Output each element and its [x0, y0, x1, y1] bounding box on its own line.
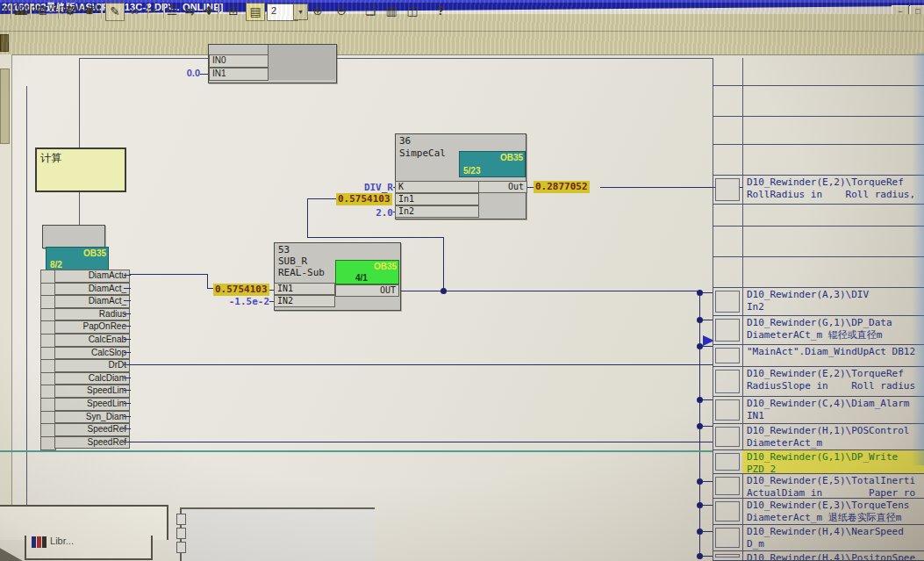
connection-label[interactable]: D10_Rewinder(E,2)\TorqueRef RadiusSlope …	[742, 367, 924, 396]
panel-notch	[176, 514, 186, 525]
grid-view-icon[interactable]: ⊞	[225, 3, 242, 19]
cascade-windows-icon[interactable]: ❏	[362, 3, 379, 19]
watch-value-out[interactable]: 0.2877052	[534, 181, 590, 193]
simpecal-task-badge: OB355/23	[459, 151, 526, 177]
connection-margin-cell	[715, 291, 740, 313]
import-icon[interactable]: ■	[81, 3, 98, 19]
connection-label[interactable]: D10_Rewinder(A,3)\DIV In2	[742, 288, 924, 315]
sheet-view-icon[interactable]: ▤	[246, 3, 265, 21]
comment-note-box[interactable]: 计算	[35, 147, 126, 192]
value-in1-constant[interactable]: 0.0	[174, 68, 200, 79]
in2-constant[interactable]: 2.0	[367, 207, 393, 219]
table-row[interactable]: D10_Rewinder(E,2)\TorqueRef RadiusSlope …	[713, 367, 924, 397]
watch-value-in1[interactable]: 0.5754103	[213, 284, 269, 296]
tile-vertical-icon[interactable]: ◫	[404, 3, 421, 19]
connection-label[interactable]: D10_Rewinder(E,2)\TorqueRef RollRadius i…	[742, 176, 924, 204]
tile-windows-icon[interactable]: ▥	[383, 3, 400, 19]
window-pin-icon[interactable]: ⧉	[33, 3, 51, 19]
connection-label[interactable]: D10_Rewinder(H,4)\NearSpeed D_m	[742, 525, 924, 550]
connection-label[interactable]: D10_Rewinder(E,3)\TorqueTens DiameterAct…	[742, 499, 924, 524]
table-row[interactable]: D10_Rewinder(H,1)\POSControl DiameterAct…	[713, 424, 924, 450]
task-name: OB35	[500, 153, 523, 162]
connection-label[interactable]: D10_Rewinder(G,1)\DP_Write PZD_2	[742, 450, 924, 473]
table-row[interactable]: D10_Rewinder(A,3)\DIV In2	[713, 288, 924, 316]
background-panel-fragment	[0, 68, 10, 144]
in2-constant[interactable]: -1.5e-2	[228, 296, 269, 307]
pin-diamact_[interactable]: DiamAct_	[54, 295, 130, 308]
connection-label[interactable]: D10_Rewinder(E,5)\TotalInerti ActualDiam…	[742, 474, 924, 498]
pin-radius[interactable]: Radius	[54, 308, 130, 321]
fit-window-icon[interactable]: ❖	[200, 3, 218, 19]
pin-speedlim[interactable]: SpeedLim	[54, 385, 130, 398]
table-row[interactable]: D10_Rewinder(E,2)\TorqueRef RollRadius i…	[713, 176, 924, 205]
cut-connection-icon[interactable]: ✂	[144, 3, 161, 19]
pin-stub-wire	[124, 403, 131, 404]
pin-paponree[interactable]: PapOnRee	[54, 320, 130, 334]
toolbar	[0, 32, 924, 55]
selected-connection-wire[interactable]	[0, 450, 713, 452]
connection-label[interactable]: D10_Rewinder(G,1)\DP_Data DiameterACt_m …	[742, 316, 924, 344]
connection-label[interactable]: D10_Rewinder(H,4)\PositonSpee	[742, 551, 924, 560]
pin-in0[interactable]: IN0	[209, 54, 269, 68]
pin-in2[interactable]: In2	[395, 205, 479, 218]
pin-out[interactable]: OUT	[335, 284, 399, 297]
connection-wire	[125, 442, 713, 442]
pin-in1[interactable]: In1	[395, 193, 479, 205]
connection-margin-cell	[715, 319, 740, 342]
table-row[interactable]: D10_Rewinder(H,4)\NearSpeed D_m	[713, 525, 924, 551]
reroute-icon[interactable]: ⇆	[181, 3, 198, 19]
zoom-in-icon[interactable]: ⊕	[309, 3, 326, 19]
pin-k[interactable]: K	[395, 181, 479, 193]
pin-margin-divider	[40, 423, 54, 424]
connection-margin-cell	[715, 370, 740, 393]
connection-margin-cell	[715, 528, 740, 548]
pin-in1[interactable]: IN1	[209, 68, 269, 81]
pin-diamact_[interactable]: DiamAct_	[54, 283, 130, 296]
watch-value-in1[interactable]: 0.5754103	[336, 193, 392, 205]
pin-diamactu[interactable]: DiamActu	[54, 270, 130, 283]
task-schedule: 4/1	[355, 273, 368, 283]
pin-syn_diam[interactable]: Syn_Diam	[54, 411, 130, 424]
zoom-out-icon[interactable]: ⊖	[333, 3, 350, 19]
k-source-label[interactable]: DIV_R	[355, 182, 393, 193]
pin-out[interactable]: Out	[478, 181, 527, 193]
zoom-dropdown-arrow[interactable]: ▼	[293, 4, 308, 20]
block-number: 36	[399, 135, 411, 147]
table-row[interactable]: D10_Rewinder(E,3)\TorqueTens DiameterAct…	[713, 499, 924, 525]
connection-label[interactable]: D10_Rewinder(C,4)\Diam_Alarm IN1	[742, 397, 924, 423]
pin-speedlim[interactable]: SpeedLim	[54, 398, 130, 411]
test-mode-pen-icon[interactable]: ✎	[105, 3, 125, 21]
connection-lines-icon[interactable]: ☰	[163, 3, 181, 19]
connection-wire	[307, 198, 308, 238]
pin-in2[interactable]: IN2	[274, 295, 335, 307]
connection-margin-cell	[715, 477, 740, 495]
pin-drdt[interactable]: DrDt	[54, 359, 130, 372]
left-block-header[interactable]	[42, 225, 105, 248]
table-row[interactable]: D10_Rewinder(G,1)\DP_Write PZD_2	[713, 450, 924, 474]
watch-values-icon[interactable]: ∞	[125, 3, 143, 19]
pin-stub-wire	[124, 275, 131, 276]
table-row[interactable]: "MainAct".Diam_WindUpAct DB12	[713, 345, 924, 367]
help-cursor-icon[interactable]: ?	[432, 3, 449, 19]
connection-label[interactable]: "MainAct".Diam_WindUpAct DB12	[742, 345, 924, 366]
pin-speedref[interactable]: SpeedRef	[54, 436, 130, 450]
cropped-toolbar-icon	[0, 34, 9, 52]
pin-calcslop[interactable]: CalcSlop	[54, 347, 130, 360]
comment-icon[interactable]: ▬	[12, 3, 30, 19]
pin-margin-divider	[40, 270, 54, 270]
pin-calcenab[interactable]: CalcEnab	[54, 334, 130, 347]
connection-label[interactable]: D10_Rewinder(H,1)\POSControl DiameterAct…	[742, 424, 924, 450]
library-tab[interactable]: Libr...	[25, 536, 153, 560]
cpu-connect-icon[interactable]: ⚙	[61, 3, 79, 19]
table-row[interactable]: D10_Rewinder(G,1)\DP_Data DiameterACt_m …	[713, 316, 924, 345]
junction-dot	[697, 502, 703, 508]
pin-in1[interactable]: IN1	[274, 283, 335, 295]
table-row[interactable]: D10_Rewinder(E,5)\TotalInerti ActualDiam…	[713, 474, 924, 499]
pin-margin-divider	[40, 320, 54, 321]
pin-speedref[interactable]: SpeedRef	[54, 423, 130, 436]
block-type: REAL-Sub	[278, 267, 325, 278]
pin-calcdiam[interactable]: CalcDiam	[54, 372, 130, 385]
table-row[interactable]: D10_Rewinder(C,4)\Diam_Alarm IN1	[713, 397, 924, 424]
table-row[interactable]: D10_Rewinder(H,4)\PositonSpee	[713, 551, 924, 561]
block-number: 53	[278, 244, 290, 255]
